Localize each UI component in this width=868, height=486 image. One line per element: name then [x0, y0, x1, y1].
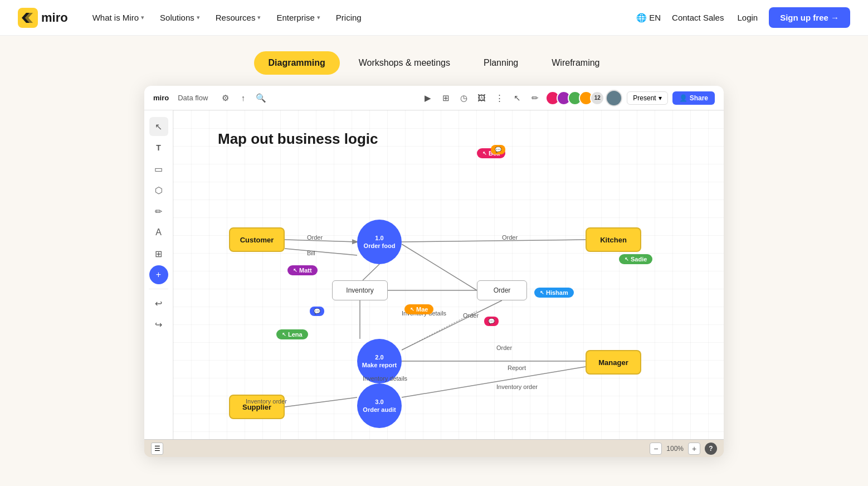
nav-link-what-is-miro[interactable]: What is Miro ▾: [86, 8, 151, 27]
logo-icon: [18, 8, 38, 28]
canvas-body: ↖ T ▭ ⬡ ✏ A ⊞ + ↩ ↪: [144, 110, 724, 439]
diagram-content: Map out business logic Customer Kitchen …: [173, 110, 724, 439]
chevron-icon: ▾: [257, 14, 261, 21]
node-kitchen[interactable]: Kitchen: [586, 227, 641, 252]
sidebar-toggle[interactable]: ☰: [151, 443, 163, 455]
signup-button[interactable]: Sign up free →: [769, 7, 850, 28]
chevron-down-icon: ▾: [659, 94, 662, 102]
more-icon[interactable]: ⋮: [493, 92, 505, 104]
tab-wireframing[interactable]: Wireframing: [537, 51, 614, 75]
canvas-topbar: miro Data flow ⚙ ↑ 🔍 ▶ ⊞ ◷ 🖼 ⋮ ↖ ✏ 12: [144, 86, 724, 110]
zoom-controls: − 100% + ?: [650, 443, 717, 455]
cursor-icon: ↖: [410, 307, 415, 312]
label-order-4: Order: [496, 344, 512, 351]
node-order-box[interactable]: Order: [477, 280, 527, 300]
sidebar-divider: [149, 289, 169, 289]
help-button[interactable]: ?: [705, 443, 717, 455]
tab-diagramming[interactable]: Diagramming: [254, 51, 340, 75]
label-order-1: Order: [307, 234, 323, 241]
svg-line-2: [285, 249, 357, 255]
tool-cursor[interactable]: ↖: [149, 117, 168, 136]
topbar-tools: ⚙ ↑ 🔍: [219, 92, 267, 104]
navigation: miro What is Miro ▾ Solutions ▾ Resource…: [0, 0, 868, 36]
fullscreen-icon[interactable]: ⊞: [440, 92, 452, 104]
node-kitchen-label: Kitchen: [600, 236, 627, 244]
node-manager[interactable]: Manager: [586, 350, 641, 375]
chevron-icon: ▾: [141, 14, 144, 21]
logo[interactable]: miro: [18, 8, 68, 28]
tool-arrow[interactable]: A: [149, 223, 168, 242]
tab-planning[interactable]: Planning: [469, 51, 533, 75]
tabs-section: Diagramming Workshops & meetings Plannin…: [0, 36, 868, 86]
canvas-logo: miro: [153, 94, 169, 102]
share-icon: 👤: [679, 94, 687, 102]
nav-link-pricing[interactable]: Pricing: [329, 8, 368, 27]
tool-undo[interactable]: ↩: [149, 294, 168, 313]
settings-icon[interactable]: ⚙: [219, 92, 231, 104]
nav-link-resources[interactable]: Resources ▾: [209, 8, 268, 27]
user-badge-sadie: ↖ Sadie: [619, 254, 652, 264]
node-customer[interactable]: Customer: [229, 227, 285, 252]
user-badge-matt: ↖ Matt: [287, 265, 318, 275]
diagram-area[interactable]: Map out business logic Customer Kitchen …: [173, 110, 724, 439]
right-tools: ▶ ⊞ ◷ 🖼 ⋮ ↖ ✏: [422, 92, 541, 104]
present-button[interactable]: Present ▾: [627, 91, 667, 105]
arrows-svg: [173, 110, 724, 439]
label-report: Report: [508, 365, 526, 371]
globe-icon: 🌐: [636, 13, 647, 23]
canvas-bottombar: ☰ − 100% + ?: [144, 439, 724, 457]
label-order-2: Order: [502, 234, 518, 241]
canvas-sidebar: ↖ T ▭ ⬡ ✏ A ⊞ + ↩ ↪: [144, 110, 173, 439]
nav-link-solutions[interactable]: Solutions ▾: [153, 8, 207, 27]
upload-icon[interactable]: ↑: [237, 92, 249, 104]
tool-shapes[interactable]: ⬡: [149, 181, 168, 200]
zoom-in-button[interactable]: +: [688, 443, 700, 455]
user-badge-lena: ↖ Lena: [276, 329, 308, 339]
timer-icon[interactable]: ◷: [457, 92, 470, 104]
avatar-cluster: 12: [545, 91, 604, 105]
cursor-icon: ↖: [625, 256, 629, 262]
canvas-container: miro Data flow ⚙ ↑ 🔍 ▶ ⊞ ◷ 🖼 ⋮ ↖ ✏ 12: [144, 86, 724, 457]
search-icon[interactable]: 🔍: [255, 92, 267, 104]
user-badge-hisham: ↖ Hisham: [534, 288, 574, 298]
play-icon[interactable]: ▶: [422, 92, 434, 104]
tab-workshops-meetings[interactable]: Workshops & meetings: [344, 51, 465, 75]
zoom-out-button[interactable]: −: [650, 443, 662, 455]
tool-redo[interactable]: ↪: [149, 315, 168, 334]
cursor-icon: ↖: [293, 268, 298, 273]
cursor-icon: ↖: [482, 150, 487, 156]
svg-line-1: [402, 240, 586, 242]
image-icon[interactable]: 🖼: [475, 92, 487, 104]
login-link[interactable]: Login: [735, 8, 760, 27]
label-bill: Bill: [307, 250, 315, 256]
label-inv-order-1: Inventory order: [246, 398, 287, 405]
node-customer-label: Customer: [240, 236, 274, 244]
language-selector[interactable]: 🌐 EN: [636, 13, 661, 23]
node-inventory[interactable]: Inventory: [332, 280, 388, 300]
avatar-count: 12: [590, 91, 604, 105]
cursor-icon[interactable]: ↖: [511, 92, 523, 104]
svg-line-4: [402, 244, 477, 290]
label-order-3: Order: [463, 312, 479, 319]
contact-sales-link[interactable]: Contact Sales: [670, 8, 726, 27]
tool-crop[interactable]: ⊞: [149, 244, 168, 263]
tool-sticky[interactable]: ▭: [149, 159, 168, 178]
tool-add[interactable]: +: [149, 265, 168, 284]
label-inv-details-2: Inventory details: [363, 375, 407, 382]
cursor-icon: ↖: [282, 332, 286, 337]
nav-right: 🌐 EN Contact Sales Login Sign up free →: [636, 7, 850, 28]
node-order-food[interactable]: 1.0 Order food: [357, 220, 402, 264]
label-inv-order-2: Inventory order: [496, 383, 538, 390]
share-button[interactable]: 👤 Share: [672, 91, 715, 105]
nav-link-enterprise[interactable]: Enterprise ▾: [270, 8, 326, 27]
pen-icon[interactable]: ✏: [529, 92, 541, 104]
canvas-doc-title[interactable]: Data flow: [178, 94, 208, 102]
user-badge-mae: ↖ Mae: [404, 304, 433, 314]
message-bubble-1: 💬: [491, 145, 505, 154]
message-bubble-2: 💬: [310, 307, 324, 316]
tool-text[interactable]: T: [149, 138, 168, 157]
tool-pen[interactable]: ✏: [149, 202, 168, 221]
node-order-audit[interactable]: 3.0 Order audit: [357, 383, 402, 428]
user-avatar: [606, 90, 622, 106]
cursor-icon: ↖: [540, 290, 544, 295]
